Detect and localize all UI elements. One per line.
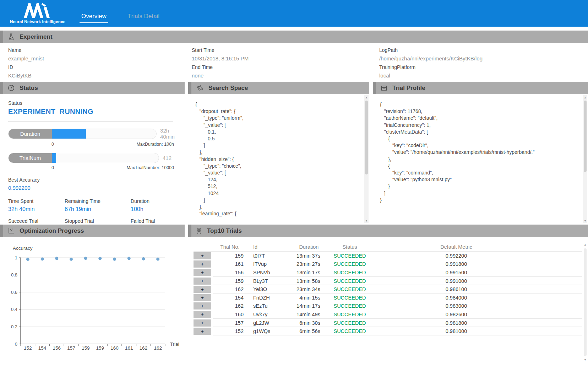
col-id: Id — [249, 244, 295, 250]
duration-progress-group: Duration 32h 40min 0 MaxDuration: 100h — [8, 128, 185, 147]
svg-text:Accuracy: Accuracy — [13, 246, 33, 251]
svg-text:0.4: 0.4 — [11, 307, 17, 312]
stopped-trial-label: Stopped Trial — [65, 218, 131, 224]
best-accuracy-value: 0.992200 — [8, 185, 185, 191]
trialnum-progress-bar: TrialNum — [8, 153, 159, 163]
max-trialnum-label: MaxTrialNumber: 10000 — [126, 165, 174, 170]
table-row: +152g1WQs6min 56sSUCCEEDED0.981000 — [194, 327, 582, 335]
cell-duration: 13min 58s — [295, 278, 323, 284]
cell-status: SUCCEEDED — [323, 295, 376, 301]
cell-status: SUCCEEDED — [323, 320, 376, 326]
scatter-point[interactable] — [156, 258, 159, 261]
search-space-scrollbar[interactable]: ▲ ▼ — [364, 95, 369, 223]
scroll-down-icon[interactable]: ▼ — [583, 219, 587, 223]
scroll-up-icon[interactable]: ▲ — [583, 242, 587, 247]
svg-text:0.2: 0.2 — [11, 324, 17, 329]
scroll-down-icon[interactable]: ▼ — [364, 219, 369, 223]
expand-row-button[interactable]: + — [194, 319, 211, 327]
scrollbar-thumb[interactable] — [584, 101, 587, 172]
remaining-time-value: 67h 19min — [65, 206, 131, 212]
scatter-point[interactable] — [26, 258, 29, 261]
trial-profile-title: Trial Profile — [392, 85, 425, 92]
duration-min-label: 0 — [51, 142, 54, 147]
cell-trial-no: 159 — [211, 278, 249, 284]
cell-duration: 14min 49s — [295, 312, 323, 317]
scatter-point[interactable] — [84, 257, 87, 260]
col-duration: Duration — [295, 244, 323, 250]
status-stats-grid: Time Spent32h 40min Remaining Time67h 19… — [8, 198, 185, 224]
trialnum-min-label: 0 — [51, 165, 54, 170]
scatter-point[interactable] — [55, 257, 58, 260]
cell-trial-id: t0I7T — [249, 253, 295, 259]
trial-profile-scrollbar[interactable]: ▲ ▼ — [583, 95, 587, 223]
logo-text: Neural Network Intelligence — [10, 20, 65, 24]
svg-text:162: 162 — [154, 345, 162, 351]
svg-text:Trial: Trial — [170, 341, 179, 347]
cell-duration: 6min 56s — [295, 328, 323, 334]
scatter-point[interactable] — [98, 257, 102, 260]
expand-row-button[interactable]: + — [194, 286, 211, 293]
expand-row-button[interactable]: + — [194, 311, 211, 318]
table-row: +162Yel3O23min 34sSUCCEEDED0.986100 — [194, 285, 582, 294]
scroll-up-icon[interactable]: ▲ — [583, 95, 587, 99]
cell-status: SUCCEEDED — [323, 286, 376, 292]
scrollbar-thumb[interactable] — [365, 101, 368, 174]
scatter-point[interactable] — [127, 257, 131, 260]
cell-trial-id: sEzTu — [249, 303, 295, 309]
scatter-point[interactable] — [70, 258, 73, 261]
scroll-down-icon[interactable]: ▼ — [583, 357, 587, 362]
svg-text:1: 1 — [15, 255, 17, 260]
cell-default-metric: 0.981000 — [376, 328, 536, 334]
cell-trial-no: 159 — [211, 253, 249, 259]
scatter-chart-icon — [8, 227, 15, 234]
trial-profile-header-bar: Trial Profile — [373, 82, 588, 94]
bottom-row: Optimization Progress 00.20.40.60.811521… — [0, 225, 588, 366]
gauge-icon — [8, 85, 15, 91]
expand-row-button[interactable]: + — [194, 252, 211, 259]
status-panel-body: Status EXPERIMENT_RUNNING Duration 32h 4… — [0, 94, 185, 224]
cell-trial-id: BLy3T — [249, 278, 295, 284]
scrollbar-thumb[interactable] — [584, 248, 587, 356]
scatter-point[interactable] — [113, 258, 116, 261]
scroll-up-icon[interactable]: ▲ — [364, 95, 369, 99]
cell-default-metric: 0.991000 — [376, 278, 536, 284]
tab-overview[interactable]: Overview — [80, 13, 108, 23]
cell-trial-no: 162 — [211, 286, 249, 292]
expand-row-button[interactable]: + — [194, 260, 211, 268]
status-field-label: Status — [8, 100, 185, 106]
trialnum-bar-track — [52, 153, 159, 163]
cell-trial-no: 152 — [211, 328, 249, 334]
experiment-header-bar: Experiment — [0, 31, 588, 43]
cell-trial-no: 160 — [211, 312, 249, 317]
name-label: Name — [8, 47, 192, 53]
svg-text:160: 160 — [110, 345, 119, 351]
svg-text:0.8: 0.8 — [11, 272, 17, 278]
cell-default-metric: 0.984000 — [376, 295, 536, 301]
id-label: ID — [8, 64, 192, 70]
scatter-point[interactable] — [142, 257, 145, 260]
cell-trial-id: FnDZH — [249, 295, 295, 301]
cell-default-metric: 0.991800 — [376, 261, 536, 267]
duration-bar-label: Duration — [9, 129, 52, 139]
expand-row-button[interactable]: + — [194, 328, 211, 335]
expand-row-button[interactable]: + — [194, 269, 211, 276]
search-space-body: { "dropout_rate": { "_type": "uniform", … — [188, 94, 369, 224]
expand-row-button[interactable]: + — [194, 302, 211, 310]
status-panel-title: Status — [20, 85, 38, 92]
trialnum-progress-group: TrialNum 412 0 MaxTrialNumber: 10000 — [8, 153, 185, 170]
logpath-value: /home/quzha/nni/experiments/KCiBytKB/log — [379, 55, 588, 61]
duration-value: 100h — [131, 206, 185, 212]
cell-duration: 4min 15s — [295, 295, 323, 301]
end-time-value: none — [192, 72, 379, 79]
table-row: +161ITVup23min 27sSUCCEEDED0.991800 — [194, 260, 582, 269]
cell-status: SUCCEEDED — [323, 328, 376, 334]
scatter-point[interactable] — [41, 257, 44, 260]
expand-row-button[interactable]: + — [194, 294, 211, 301]
expand-row-button[interactable]: + — [194, 278, 211, 285]
cell-trial-no: 161 — [211, 261, 249, 267]
table-row: +156SPNVb13min 17sSUCCEEDED0.991500 — [194, 268, 582, 277]
cell-duration: 14min 17s — [295, 303, 323, 309]
tab-trials-detail[interactable]: Trials Detail — [126, 13, 161, 23]
svg-text:0.6: 0.6 — [11, 290, 17, 295]
cell-duration: 13min 17s — [295, 270, 323, 275]
